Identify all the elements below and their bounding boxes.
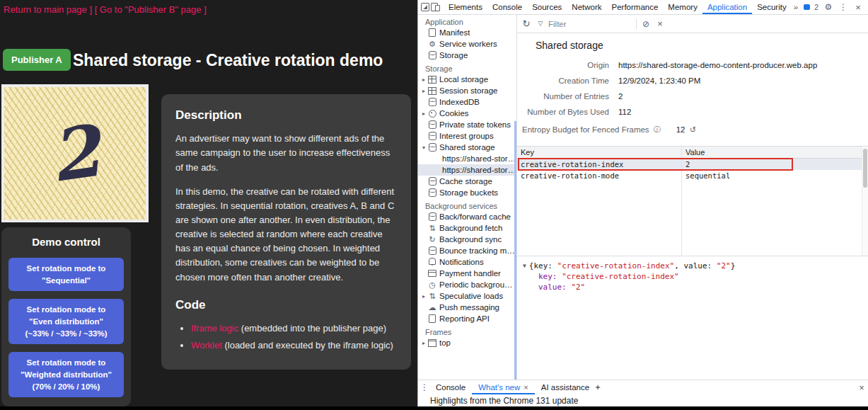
ad-creative-frame[interactable]: 2 xyxy=(1,84,149,222)
tab-console[interactable]: Console xyxy=(487,0,527,14)
code-links-list: Iframe logic (embedded into the publishe… xyxy=(175,321,397,353)
tab-memory[interactable]: Memory xyxy=(663,0,702,14)
preview-property: key: "creative-rotation-index" xyxy=(523,271,868,282)
sidebar-item-speculative-loads[interactable]: ▸Speculative loads xyxy=(418,290,516,302)
twirl-icon[interactable]: ▼ xyxy=(523,263,526,269)
tab-application[interactable]: Application xyxy=(702,0,752,14)
close-tab-icon[interactable]: × xyxy=(523,380,528,394)
issues-button[interactable]: 2 xyxy=(802,2,818,12)
cell-key: creative-rotation-index xyxy=(517,159,682,170)
devtools-tabbar: Elements Console Sources Network Perform… xyxy=(418,0,868,15)
sidebar-item-reporting-api[interactable]: Reporting API xyxy=(418,313,516,324)
sidebar-item-shared-storage[interactable]: ▾Shared storage xyxy=(418,142,516,153)
drawer-tab-whats-new[interactable]: What's new× xyxy=(472,380,535,394)
close-drawer-icon[interactable] xyxy=(857,382,867,392)
sidebar-item-background-fetch[interactable]: Background fetch xyxy=(418,222,516,234)
tab-performance[interactable]: Performance xyxy=(607,0,664,14)
sidebar-item-local-storage[interactable]: ▸Local storage xyxy=(418,74,516,85)
column-header-key[interactable]: Key xyxy=(517,147,682,158)
property-value: "2" xyxy=(571,283,585,292)
button-line: (~33% / ~33% / ~33%) xyxy=(11,328,121,340)
more-tabs-icon[interactable]: » xyxy=(792,0,800,14)
info-icon[interactable] xyxy=(652,125,662,135)
table-header: Key Value xyxy=(517,147,868,159)
filter-input[interactable]: Filter xyxy=(536,19,627,29)
sidebar-scrollbar[interactable] xyxy=(514,121,516,380)
column-header-value[interactable]: Value xyxy=(682,147,868,158)
table-row[interactable]: creative-rotation-index 2 xyxy=(517,159,868,170)
worklet-link[interactable]: Worklet xyxy=(191,340,222,351)
publisher-b-link[interactable]: Go to "Publisher B" page xyxy=(100,4,202,15)
sidebar-item-private-state-tokens[interactable]: Private state tokens xyxy=(418,119,516,130)
demo-control-title: Demo control xyxy=(8,236,124,248)
sidebar-section-storage: Storage xyxy=(418,61,516,74)
tab-sources[interactable]: Sources xyxy=(527,0,567,14)
rotation-sequential-button[interactable]: Set rotation mode to "Sequential" xyxy=(8,258,124,291)
sidebar-item-manifest[interactable]: Manifest xyxy=(418,27,516,38)
column-divider[interactable] xyxy=(681,147,682,256)
kebab-menu-icon[interactable] xyxy=(838,2,848,12)
cookie-icon xyxy=(427,108,437,118)
drawer-tab-console[interactable]: Console xyxy=(429,380,472,394)
sidebar-item-shared-storage-origin-2[interactable]: https://shared-storage… xyxy=(418,164,516,176)
table-scrollbar[interactable] xyxy=(862,147,868,256)
creative-number: 2 xyxy=(46,115,105,192)
reset-icon[interactable] xyxy=(688,125,698,135)
shared-storage-panel: Filter Shared storage Origin https://sha… xyxy=(517,15,868,380)
sidebar-item-storage[interactable]: Storage xyxy=(418,50,516,61)
drawer-tab-label: AI assistance xyxy=(541,380,589,394)
sidebar-item-shared-storage-origin-1[interactable]: https://shared-storage… xyxy=(418,153,516,164)
table-row[interactable]: creative-rotation-mode sequential xyxy=(517,170,868,181)
rotation-even-button[interactable]: Set rotation mode to "Even distribution"… xyxy=(8,299,124,344)
tab-elements[interactable]: Elements xyxy=(444,0,487,14)
sidebar-item-session-storage[interactable]: ▸Session storage xyxy=(418,85,516,96)
sidebar-item-top-frame[interactable]: ▸top xyxy=(418,337,516,348)
sidebar-item-payment-handler[interactable]: Payment handler xyxy=(418,268,516,279)
block-icon[interactable] xyxy=(641,19,651,29)
sidebar-item-bounce-tracking[interactable]: Bounce tracking miti… xyxy=(418,245,516,256)
device-toolbar-icon[interactable] xyxy=(430,2,440,12)
page-title: Shared storage - Creative rotation demo xyxy=(73,51,383,70)
meta-label: Number of Entries xyxy=(517,92,609,101)
drawer-tab-ai-assistance[interactable]: AI assistance xyxy=(535,380,609,394)
devtools-tabbar-right: 2 xyxy=(802,2,866,12)
sidebar-item-periodic-background-sync[interactable]: Periodic backgroun… xyxy=(418,279,516,290)
sidebar-item-push-messaging[interactable]: Push messaging xyxy=(418,302,516,313)
sidebar-item-notifications[interactable]: Notifications xyxy=(418,256,516,268)
bell-icon xyxy=(427,257,437,267)
close-devtools-icon[interactable] xyxy=(853,2,863,12)
preview-summary[interactable]: ▼{key: "creative-rotation-index", value:… xyxy=(523,261,868,271)
document-icon xyxy=(427,28,437,38)
sync-icon xyxy=(427,234,437,244)
sidebar-item-storage-buckets[interactable]: Storage buckets xyxy=(418,187,516,198)
top-nav: Return to main page ] [ Go to "Publisher… xyxy=(4,4,207,15)
devtools-window: Elements Console Sources Network Perform… xyxy=(417,0,868,406)
cloud-icon xyxy=(427,302,437,312)
sidebar-item-cache-storage[interactable]: Cache storage xyxy=(418,176,516,187)
publisher-badge: Publisher A xyxy=(3,49,71,71)
inspect-icon[interactable] xyxy=(420,2,430,12)
whats-new-heading[interactable]: Highlights from the Chrome 131 update xyxy=(430,396,578,406)
tab-network[interactable]: Network xyxy=(567,0,606,14)
settings-gear-icon[interactable] xyxy=(823,2,833,12)
refresh-icon[interactable] xyxy=(521,19,531,29)
tab-security[interactable]: Security xyxy=(752,0,792,14)
clear-icon[interactable] xyxy=(655,19,665,29)
entropy-budget-row: Entropy Budget for Fenced Frames 12 xyxy=(522,125,868,135)
sidebar-item-cookies[interactable]: ▸Cookies xyxy=(418,108,516,119)
sidebar-item-service-workers[interactable]: Service workers xyxy=(418,38,516,50)
rotation-weighted-button[interactable]: Set rotation mode to "Weighted distribut… xyxy=(8,352,124,397)
property-name: value: xyxy=(538,283,567,292)
sidebar-item-back-forward-cache[interactable]: Back/forward cache xyxy=(418,211,516,222)
scrollbar-thumb[interactable] xyxy=(863,149,867,188)
brace: } xyxy=(731,261,736,271)
sidebar-item-indexeddb[interactable]: IndexedDB xyxy=(418,96,516,108)
sidebar-item-interest-groups[interactable]: Interest groups xyxy=(418,130,516,142)
iframe-logic-link[interactable]: Iframe logic xyxy=(191,323,238,334)
sidebar-section-frames: Frames xyxy=(418,324,516,337)
button-line: Set rotation mode to xyxy=(11,304,121,316)
drawer-kebab-menu-icon[interactable] xyxy=(419,382,429,392)
sidebar-section-application: Application xyxy=(418,16,516,27)
return-main-link[interactable]: Return to main page xyxy=(4,4,87,15)
sidebar-item-background-sync[interactable]: Background sync xyxy=(418,234,516,245)
